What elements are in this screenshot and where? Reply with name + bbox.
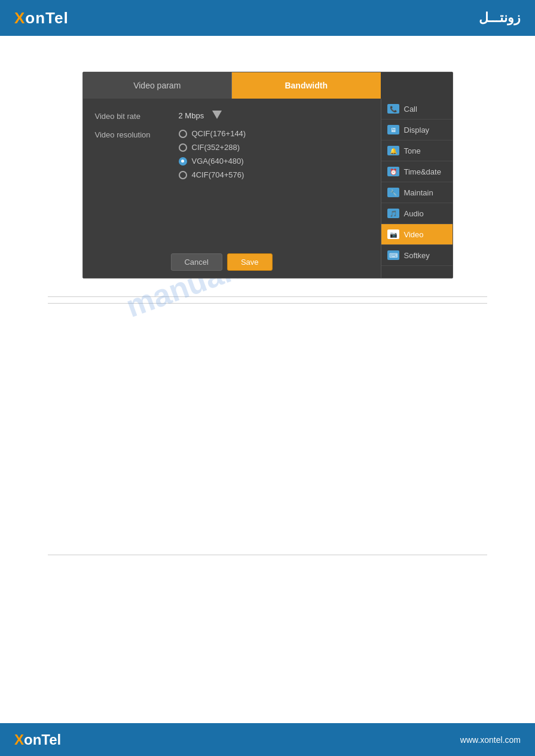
footer-url: www.xontel.com — [460, 735, 521, 745]
sidebar-item-timedate[interactable]: ⏰ Time&date — [381, 161, 453, 182]
sidebar-item-audio[interactable]: 🎵 Audio — [381, 203, 453, 224]
tab-bandwidth[interactable]: Bandwidth — [232, 72, 381, 99]
sidebar-label-audio: Audio — [404, 209, 424, 218]
sidebar-label-softkey: Softkey — [404, 251, 430, 260]
sidebar-label-display: Display — [404, 126, 430, 134]
timedate-icon: ⏰ — [387, 167, 399, 176]
radio-4cif[interactable]: 4CIF(704+576) — [179, 170, 246, 179]
softkey-icon: ⌨ — [387, 250, 399, 260]
cancel-button[interactable]: Cancel — [170, 253, 222, 271]
main-panel: Video bit rate 2 Mbps Video resolution Q… — [83, 99, 381, 278]
video-resolution-label: Video resolution — [95, 129, 179, 139]
sidebar-label-call: Call — [404, 105, 417, 114]
footer-logo: XonTel — [14, 731, 61, 748]
divider-top — [48, 296, 487, 297]
tone-icon: 🔔 — [387, 146, 399, 155]
divider-footer-top — [48, 555, 487, 555]
footer-logo-text: XonTel — [14, 731, 61, 748]
header-arabic-text: زونتـــل — [479, 10, 521, 26]
video-icon: 📷 — [387, 229, 399, 239]
sidebar: 📞 Call 🖥 Display 🔔 Tone ⏰ Time&date 🔧 — [381, 99, 453, 278]
radio-circle-4cif — [179, 171, 187, 179]
video-resolution-row: Video resolution QCIF(176+144) CIF(352+2… — [95, 129, 369, 179]
page-footer: XonTel www.xontel.com — [0, 723, 535, 756]
sidebar-label-video: Video — [404, 230, 424, 239]
sidebar-item-tone[interactable]: 🔔 Tone — [381, 140, 453, 161]
call-icon: 📞 — [387, 104, 399, 114]
sidebar-item-softkey[interactable]: ⌨ Softkey — [381, 245, 453, 266]
save-button[interactable]: Save — [227, 253, 273, 271]
video-bit-rate-row: Video bit rate 2 Mbps — [95, 111, 369, 121]
page-header: XonTel زونتـــل — [0, 0, 535, 36]
empty-space — [48, 322, 487, 537]
radio-cif[interactable]: CIF(352+288) — [179, 143, 246, 152]
sidebar-item-video[interactable]: 📷 Video — [381, 224, 453, 245]
sidebar-header-spacer — [381, 72, 453, 99]
sidebar-item-call[interactable]: 📞 Call — [381, 99, 453, 120]
video-bit-rate-value: 2 Mbps — [179, 111, 222, 120]
sidebar-label-timedate: Time&date — [404, 167, 441, 176]
sidebar-label-maintain: Maintain — [404, 188, 433, 197]
audio-icon: 🎵 — [387, 209, 399, 218]
header-logo: XonTel — [14, 9, 69, 27]
content-sidebar: Video bit rate 2 Mbps Video resolution Q… — [83, 99, 453, 278]
sidebar-item-display[interactable]: 🖥 Display — [381, 120, 453, 140]
screenshot-ui: Video param Bandwidth Video bit rate 2 M… — [82, 72, 453, 278]
slider-indicator — [212, 111, 222, 120]
action-buttons: Cancel Save — [170, 253, 272, 271]
resolution-radio-group: QCIF(176+144) CIF(352+288) VGA(640+480) — [179, 129, 246, 179]
logo-text: XonTel — [14, 9, 69, 27]
sidebar-item-maintain[interactable]: 🔧 Maintain — [381, 182, 453, 203]
radio-circle-vga — [179, 157, 187, 166]
radio-vga[interactable]: VGA(640+480) — [179, 157, 246, 166]
radio-circle-qcif — [179, 130, 187, 138]
tab-video-param[interactable]: Video param — [83, 72, 233, 99]
tabs-row: Video param Bandwidth — [83, 72, 453, 99]
maintain-icon: 🔧 — [387, 188, 399, 197]
radio-circle-cif — [179, 143, 187, 152]
display-icon: 🖥 — [387, 125, 399, 134]
video-bit-rate-label: Video bit rate — [95, 111, 179, 121]
radio-qcif[interactable]: QCIF(176+144) — [179, 129, 246, 138]
main-content: manualshive.com Video param Bandwidth Vi… — [0, 36, 535, 723]
sidebar-label-tone: Tone — [404, 146, 421, 155]
divider-bottom — [48, 303, 487, 304]
